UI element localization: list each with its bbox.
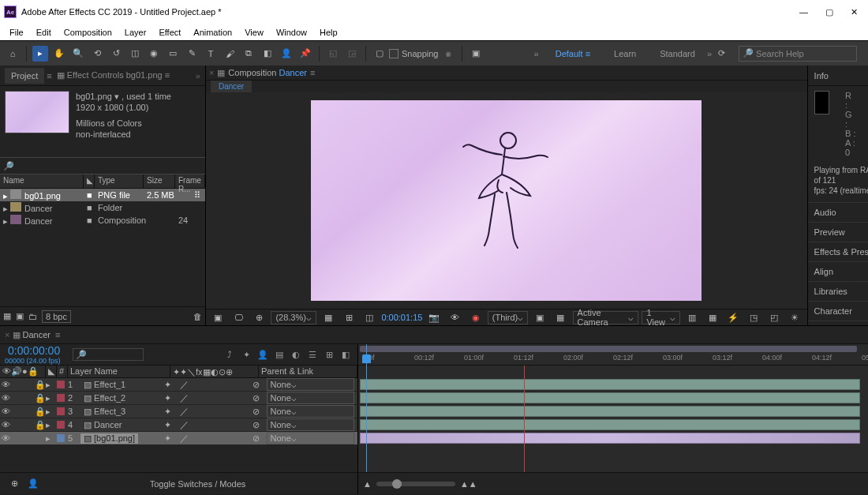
close-button[interactable]: ✕ bbox=[851, 7, 858, 17]
roi-icon[interactable]: ▣ bbox=[533, 309, 547, 325]
menu-composition[interactable]: Composition bbox=[58, 25, 118, 39]
orbit-tool-icon[interactable]: ⟲ bbox=[89, 46, 105, 62]
bpc-toggle[interactable]: 8 bpc bbox=[42, 310, 71, 323]
tab-composition[interactable]: Composition Dancer bbox=[228, 68, 307, 77]
layer-bar[interactable] bbox=[360, 433, 860, 444]
draft3d-icon[interactable]: ✦ bbox=[239, 347, 253, 362]
fill-stroke-icon[interactable]: ▣ bbox=[468, 46, 484, 62]
workspace-standard[interactable]: Standard bbox=[648, 41, 707, 66]
transparency-icon[interactable]: ▦ bbox=[553, 309, 567, 325]
view-dropdown[interactable]: 1 View ⌵ bbox=[642, 311, 679, 324]
pixel-aspect-icon[interactable]: ▦ bbox=[705, 309, 720, 325]
home-tool-icon[interactable]: ⌂ bbox=[5, 46, 21, 62]
track[interactable] bbox=[358, 418, 868, 431]
timecode-display[interactable]: 0:00:01:15 bbox=[381, 313, 422, 322]
layer-bar[interactable] bbox=[360, 379, 860, 390]
snap-options-icon[interactable]: ⨳ bbox=[440, 46, 456, 62]
graph-editor-icon[interactable]: ☰ bbox=[305, 347, 320, 362]
project-item[interactable]: ▸ Dancer ■ Folder bbox=[0, 201, 205, 214]
menu-help[interactable]: Help bbox=[313, 25, 344, 39]
track[interactable] bbox=[358, 392, 868, 404]
menu-edit[interactable]: Edit bbox=[30, 25, 58, 39]
trash-icon[interactable]: 🗑 bbox=[193, 312, 202, 321]
search-help-input[interactable]: 🔎 Search Help bbox=[739, 46, 857, 62]
frame-blend-icon[interactable]: ▤ bbox=[272, 347, 286, 362]
zoom-out-icon[interactable]: ▲▲ bbox=[460, 479, 477, 489]
rotate-tool-icon[interactable]: ↺ bbox=[108, 46, 124, 62]
motion-blur-icon[interactable]: ◐ bbox=[289, 347, 303, 362]
tab-project[interactable]: Project bbox=[5, 68, 44, 84]
puppet-tool-icon[interactable]: 📌 bbox=[297, 46, 313, 62]
flowchart-icon[interactable]: ◰ bbox=[767, 309, 781, 325]
grid-icon[interactable]: ⊞ bbox=[342, 309, 356, 325]
resolution-dropdown[interactable]: (Third) ⌵ bbox=[488, 311, 528, 324]
col-name[interactable]: Name bbox=[0, 174, 84, 188]
panel-align[interactable]: Align bbox=[808, 261, 868, 281]
maximize-button[interactable]: ▢ bbox=[825, 7, 833, 17]
zoom-to-frame-icon[interactable]: ⊕ bbox=[6, 476, 22, 492]
interpret-icon[interactable]: ▦ bbox=[3, 311, 11, 321]
layer-row[interactable]: 👁🔒▸2▧ Effect_2✦／⊘None⌵ bbox=[0, 392, 357, 404]
clone-tool-icon[interactable]: ⧉ bbox=[241, 46, 256, 62]
pen-tool-icon[interactable]: ✎ bbox=[184, 46, 200, 62]
fast-preview-icon[interactable]: ⚡ bbox=[726, 309, 740, 325]
project-search[interactable]: 🔎 bbox=[0, 157, 205, 174]
minimize-button[interactable]: — bbox=[799, 7, 808, 17]
menu-effect[interactable]: Effect bbox=[152, 25, 187, 39]
menu-animation[interactable]: Animation bbox=[187, 25, 238, 39]
hand-tool-icon[interactable]: ✋ bbox=[51, 46, 67, 62]
menu-view[interactable]: View bbox=[238, 25, 270, 39]
project-item[interactable]: ▸ Dancer ■ Composition 24 bbox=[0, 214, 205, 227]
brush-tool-icon[interactable]: 🖌 bbox=[222, 46, 238, 62]
playhead[interactable] bbox=[366, 344, 367, 472]
selection-tool-icon[interactable]: ▸ bbox=[32, 46, 48, 62]
workspace-default[interactable]: Default ≡ bbox=[544, 41, 602, 66]
overflow-icon[interactable]: » bbox=[534, 49, 539, 58]
panel-libraries[interactable]: Libraries bbox=[808, 281, 868, 301]
tab-info[interactable]: Info bbox=[814, 71, 829, 81]
track[interactable] bbox=[358, 432, 868, 444]
timeline-icon[interactable]: ◳ bbox=[746, 309, 761, 325]
always-preview-icon[interactable]: ▣ bbox=[211, 309, 225, 325]
panel-audio[interactable]: Audio bbox=[808, 202, 868, 222]
track[interactable] bbox=[358, 378, 868, 391]
workspace-reset-icon[interactable]: ⟳ bbox=[713, 46, 729, 62]
shy-icon[interactable]: 👤 bbox=[25, 476, 41, 492]
guides-icon[interactable]: ◫ bbox=[362, 309, 376, 325]
col-label[interactable]: ◣ bbox=[84, 174, 95, 188]
tab-effect-controls[interactable]: ▦ Effect Controls bg01.png ≡ bbox=[52, 67, 174, 84]
camera-dropdown[interactable]: Active Camera ⌵ bbox=[573, 311, 639, 324]
brainstorm-icon[interactable]: ⊞ bbox=[322, 347, 336, 362]
panel-character[interactable]: Character bbox=[808, 301, 868, 321]
menu-file[interactable]: File bbox=[3, 25, 30, 39]
layer-row[interactable]: 👁🔒▸4▧ Dancer✦／⊘None⌵ bbox=[0, 418, 357, 431]
layer-bar[interactable] bbox=[360, 406, 860, 417]
work-area-bar[interactable] bbox=[360, 346, 857, 352]
alpha-icon[interactable]: ⊕ bbox=[252, 309, 266, 325]
layer-search[interactable]: 🔎 bbox=[73, 348, 144, 361]
show-snapshot-icon[interactable]: 👁 bbox=[448, 309, 462, 325]
view-options-icon[interactable]: ▥ bbox=[685, 309, 699, 325]
resolution-icon[interactable]: ▦ bbox=[321, 309, 335, 325]
roto-tool-icon[interactable]: 👤 bbox=[279, 46, 294, 62]
track[interactable] bbox=[358, 405, 868, 418]
col-size[interactable]: Size bbox=[144, 174, 175, 188]
col-framerate[interactable]: Frame R... bbox=[175, 174, 205, 188]
menu-layer[interactable]: Layer bbox=[118, 25, 153, 39]
workspace-learn[interactable]: Learn bbox=[602, 41, 648, 66]
timeline-tab[interactable]: Dancer bbox=[23, 330, 51, 339]
layer-bar[interactable] bbox=[360, 419, 860, 430]
panel-overflow-icon[interactable]: » bbox=[196, 71, 200, 81]
breadcrumb-item[interactable]: Dancer bbox=[211, 81, 252, 92]
shape-tool-icon[interactable]: ▭ bbox=[165, 46, 181, 62]
channel-icon[interactable]: ◉ bbox=[469, 309, 483, 325]
project-item[interactable]: ▸ bg01.png ■ PNG file 2.5 MB ⠿ bbox=[0, 189, 205, 201]
snapshot-icon[interactable]: 📷 bbox=[427, 309, 441, 325]
mask-mode-icon[interactable]: ▢ bbox=[372, 46, 387, 62]
time-ruler[interactable]: 00f00:12f01:00f01:12f02:00f02:12f03:00f0… bbox=[358, 344, 868, 366]
camera-tool-icon[interactable]: ◫ bbox=[127, 46, 143, 62]
layer-row[interactable]: 👁🔒▸3▧ Effect_3✦／⊘None⌵ bbox=[0, 405, 357, 418]
menu-window[interactable]: Window bbox=[270, 25, 313, 39]
canvas[interactable] bbox=[311, 100, 702, 301]
workspace-overflow-icon[interactable]: » bbox=[707, 49, 712, 58]
